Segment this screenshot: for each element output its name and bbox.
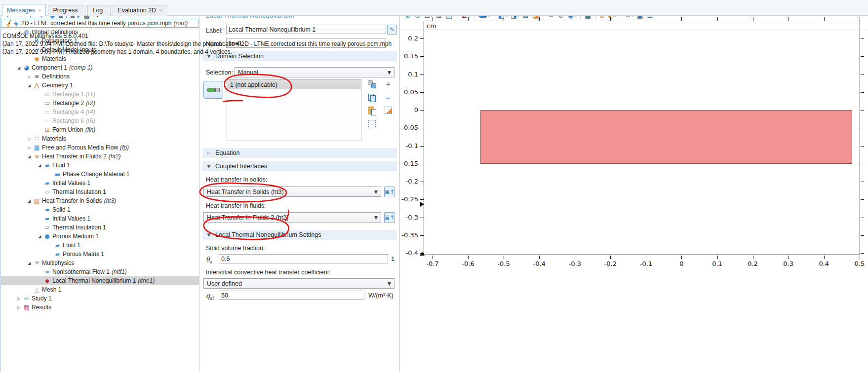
tree-item[interactable]: ◆ Local Thermal Nonequilibrium 1 (ltne1)	[1, 276, 199, 285]
tree-item[interactable]: ▰ Solid 1	[1, 205, 199, 214]
tree-item[interactable]: ◢ ⋀ Geometry 1	[1, 81, 199, 90]
tree-item[interactable]: ▰ Porous Matrix 1	[1, 250, 199, 259]
tree-item[interactable]: ▷ ∾ Study 1	[1, 294, 199, 303]
qsf-input[interactable]	[219, 291, 364, 300]
tree-item[interactable]: ◢ ◈ 2D - LTNE corrected test this time r…	[1, 19, 199, 28]
tree-item-label: Initial Values 1	[51, 180, 90, 186]
add-to-selection-icon[interactable]: +	[384, 80, 392, 88]
tree-expander-icon[interactable]: ◢	[26, 83, 33, 88]
tree-item[interactable]: ≈ Nonisothermal Flow 1 (nitf1)	[1, 267, 199, 276]
tree-item[interactable]: ◢ ▰ Fluid 1	[1, 161, 199, 170]
close-icon[interactable]: ×	[38, 7, 41, 13]
tree-item[interactable]: ⊞ Form Union (fin)	[1, 125, 199, 134]
ht-fluids-dropdown[interactable]: Heat Transfer in Fluids 2 (ht2) ▼	[203, 212, 381, 223]
tree-item[interactable]: ▭ Rectangle 6 (r6)	[1, 116, 199, 125]
remove-from-selection-icon[interactable]: −	[384, 94, 392, 102]
selection-dropdown[interactable]: Manual ▼	[235, 67, 395, 77]
rectangle-icon: ▭	[43, 91, 51, 98]
tree-item[interactable]: ◢ ✳ Multiphysics	[1, 259, 199, 267]
section-title: Equation	[215, 149, 239, 156]
tree-item[interactable]: ▰ Initial Values 1	[1, 179, 199, 187]
y-axis-tick	[861, 110, 864, 111]
tree-expander-icon[interactable]: ▷	[15, 305, 22, 310]
tree-item[interactable]: ▰ Fluid 1	[1, 241, 199, 250]
messages-tab[interactable]: Evaluation 2D ×	[113, 5, 167, 16]
tree-item[interactable]: ▭ Rectangle 1 (r1)	[1, 90, 199, 99]
materials-icon: ◉	[33, 55, 41, 62]
tree-expander-icon[interactable]: ▷	[26, 137, 33, 141]
selection-label: Selection:	[206, 69, 233, 76]
create-selection-icon[interactable]	[367, 79, 376, 88]
tree-item[interactable]: ◢ ● Porous Medium 1	[1, 232, 199, 241]
tree-item[interactable]: ▱ Thermal Insulation 1	[1, 223, 199, 232]
clear-log-icon[interactable]	[5, 20, 13, 28]
svf-input[interactable]	[219, 254, 388, 263]
tree-expander-icon[interactable]: ◢	[26, 199, 33, 203]
selection-list-item[interactable]: 1 (not applicable)	[227, 80, 361, 89]
tree-item-label: Fluid 1	[62, 242, 80, 249]
tree-item[interactable]: ◢ ≋ Heat Transfer in Fluids 2 (ht2)	[1, 152, 199, 161]
settings-panel: Settings ▾ Local Thermal Nonequilibrium …	[200, 0, 400, 372]
clear-selection-icon[interactable]	[385, 107, 392, 114]
messages-tab[interactable]: Messages ×	[2, 4, 46, 16]
tree-expander-icon[interactable]: ▷	[15, 297, 22, 301]
log-line: [Jan 17, 2022 9:06 PM] Finalized geometr…	[2, 48, 866, 56]
tree-item[interactable]: ▷ ≡ Definitions	[1, 72, 199, 81]
go-to-source-button[interactable]: ≣↑	[384, 212, 395, 223]
tree-item[interactable]: ▷ ▦ Results	[1, 303, 199, 312]
go-to-source-button[interactable]: ≣↑	[384, 186, 395, 197]
x-axis-tick-label: -0.7	[420, 260, 445, 267]
section-title: Coupled Interfaces	[215, 163, 267, 170]
go-to-source-icon: ≣↑	[385, 188, 395, 195]
tree-item[interactable]: ▰ Initial Values 1	[1, 214, 199, 223]
tree-item-label: Materials	[41, 55, 66, 62]
tree-item[interactable]: ▷ ▦ Free and Porous Media Flow (fp)	[1, 143, 199, 152]
tree-item[interactable]: ▱ Thermal Insulation 1	[1, 187, 199, 196]
active-selection-toggle-button[interactable]	[203, 81, 223, 99]
section-ltne-settings[interactable]: ▼ Local Thermal Nonequilibrium Settings	[202, 230, 397, 240]
free-and-porous-media-flow-icon: ▦	[33, 144, 41, 151]
x-axis-tick	[468, 256, 469, 259]
log-output: COMSOL Multiphysics 5.6.0.401[Jan 17, 20…	[2, 32, 866, 56]
rectangle-icon: ▭	[43, 117, 51, 124]
tree-item-label: Results	[31, 304, 51, 311]
tree-expander-icon[interactable]: ◢	[15, 66, 22, 70]
tree-item[interactable]: ◢ ◕ Component 1 (comp 1)	[1, 63, 199, 72]
tree-item-label: Porous Medium 1	[51, 233, 99, 240]
tree-expander-icon[interactable]: ◢	[36, 163, 43, 168]
section-coupled-interfaces[interactable]: ▼ Coupled Interfaces	[202, 161, 397, 171]
plot-canvas[interactable]: cm -0.7-0.6-0.5-0.4-0.3-0.2-0.100.10.20.…	[424, 21, 860, 255]
multiphysics-icon: ✳	[33, 260, 41, 266]
tree-item[interactable]: △ Mesh 1	[1, 285, 199, 294]
close-icon[interactable]: ×	[159, 7, 162, 13]
tree-expander-icon[interactable]: ◢	[26, 261, 33, 265]
tree-item[interactable]: ◢ ▧ Heat Transfer in Solids (ht3)	[1, 196, 199, 205]
ichtc-dropdown[interactable]: User defined ▼	[203, 278, 395, 289]
zoom-to-selection-icon[interactable]: +	[368, 120, 376, 127]
y-axis-tick-label: -0.2	[395, 178, 418, 185]
tree-item[interactable]: ▭ Rectangle 4 (r4)	[1, 108, 199, 116]
tree-expander-icon[interactable]: ◢	[36, 234, 43, 239]
y-axis-tick-label: -0.25	[395, 195, 418, 203]
messages-tab[interactable]: Progress	[48, 5, 85, 16]
tab-label: Messages	[7, 7, 35, 14]
tree-expander-icon[interactable]: ▷	[26, 74, 33, 79]
model-builder-panel: Model Builder ▾ ←→↑↓◉≣↑≣↓▤▾ ◢ ◈ 2D - LTN…	[0, 0, 199, 372]
copy-selection-icon[interactable]	[367, 93, 376, 102]
tree-item[interactable]: ▭ Rectangle 2 (r2)	[1, 99, 199, 108]
x-axis-tick-label: 0.5	[847, 260, 868, 267]
chevron-down-icon: ▼	[202, 232, 215, 237]
tree-item[interactable]: ▷ ∷ Materials	[1, 134, 199, 143]
tree-expander-icon[interactable]: ◢	[26, 154, 33, 159]
ht-solids-dropdown[interactable]: Heat Transfer in Solids (ht3) ▼	[203, 186, 381, 197]
tree-item[interactable]: ▬ Phase Change Material 1	[1, 170, 199, 179]
x-axis-tick	[504, 17, 504, 21]
rectangle-icon: ▭	[43, 100, 51, 107]
section-equation[interactable]: ▷ Equation	[202, 148, 397, 158]
messages-tab[interactable]: Log	[87, 5, 111, 16]
x-axis-tick-label: 0	[669, 260, 694, 267]
tree-expander-icon[interactable]: ▷	[26, 146, 33, 150]
domain-selection-list[interactable]: 1 (not applicable)	[227, 79, 361, 141]
tree-item-label: Rectangle 2	[51, 100, 84, 107]
paste-selection-icon[interactable]	[367, 106, 376, 115]
